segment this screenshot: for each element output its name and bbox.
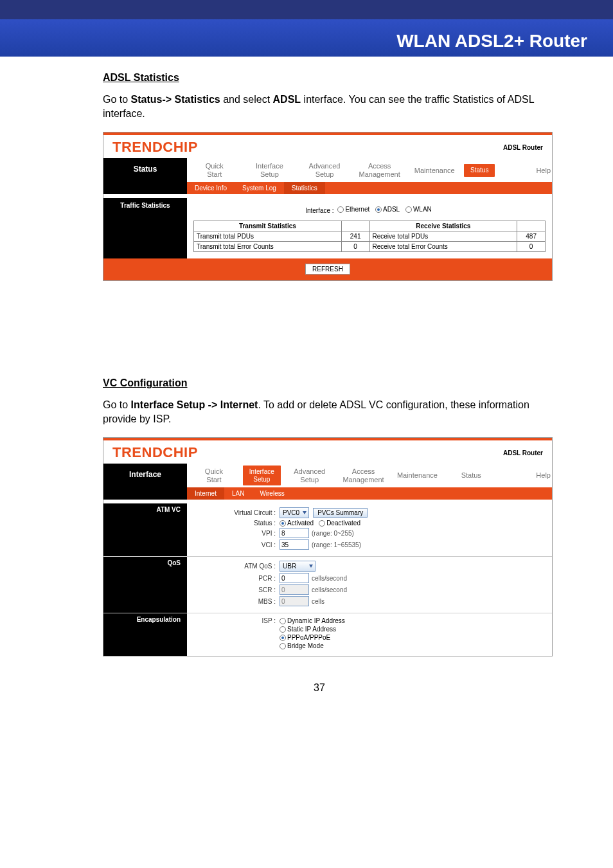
radio-ethernet[interactable]: Ethernet [337,206,369,213]
subtab-label: System Log [242,185,276,192]
radio-adsl[interactable]: ADSL [375,206,400,213]
page-content: ADSL Statistics Go to Status-> Statistic… [0,57,613,694]
radio-deactivated[interactable]: Deactivated [319,520,360,527]
rx-label: Receive total PDUs [369,231,517,241]
tx-value: 241 [341,231,369,241]
sub-tabs: Device Info System Log Statistics [187,182,552,194]
text-bold: Status-> Statistics [131,94,220,105]
radio-dot [405,206,412,213]
tab-help[interactable]: Help [498,467,552,484]
tx-header: Transmit Statistics [194,221,342,231]
refresh-bar: REFRESH [103,258,552,280]
interface-label: Interface : [305,207,333,214]
tab-quick-start[interactable]: QuickStart [187,464,241,487]
pvcs-summary-button[interactable]: PVCs Summary [313,508,368,518]
brand-logo: TRENDCHIP [112,444,198,461]
left-title-status: Status [103,158,187,182]
tab-interface-setup[interactable]: InterfaceSetup [242,158,298,182]
vc-label: Virtual Circuit : [209,509,280,516]
atm-form: Virtual Circuit : PVC0 PVCs Summary Stat… [187,503,552,556]
tab-help[interactable]: Help [497,163,552,179]
subtab-lan[interactable]: LAN [224,487,252,500]
subtab-label: Internet [195,490,217,497]
section-head-encap: Encapsulation [103,613,187,656]
tab-label: Status [470,167,488,174]
left-pad [103,182,187,194]
row-isp: ISP : Dynamic IP Address Static IP Addre… [209,617,546,649]
radio-dynamic-ip[interactable]: Dynamic IP Address [280,617,345,624]
subtab-label: LAN [232,490,244,497]
tab-access-management[interactable]: AccessManagement [352,158,407,182]
text: Go to [103,399,131,410]
rx-value: 487 [517,231,546,241]
tab-label: QuickStart [206,162,224,178]
radio-bridge-mode[interactable]: Bridge Mode [280,642,345,649]
vc-config-paragraph: Go to Interface Setup -> Internet. To ad… [103,398,536,426]
tab-status[interactable]: Status [444,467,498,484]
encap-form: ISP : Dynamic IP Address Static IP Addre… [187,613,552,656]
subtab-system-log[interactable]: System Log [235,182,284,194]
tab-label: InterfaceSetup [256,162,283,178]
scr-input [280,584,309,595]
scr-label: SCR : [209,586,280,593]
top-tabs: QuickStart InterfaceSetup AdvancedSetup … [187,464,552,487]
vpi-label: VPI : [209,530,280,537]
sub-tabs: Internet LAN Wireless [187,487,552,500]
status-label: Status : [209,520,280,527]
radio-label: Dynamic IP Address [287,617,345,624]
subtab-internet[interactable]: Internet [187,487,224,500]
radio-dot-selected [280,635,286,641]
body-right: Interface : Ethernet ADSL WLAN Transmit … [187,198,552,258]
tab-advanced-setup[interactable]: AdvancedSetup [297,158,352,182]
router-label: ADSL Router [503,449,543,457]
vc-config-heading: VC Configuration [103,377,536,389]
tab-status-active[interactable]: Status [464,164,495,177]
tab-access-management[interactable]: AccessManagement [337,464,391,487]
subtab-device-info[interactable]: Device Info [187,182,235,194]
vpi-input[interactable] [280,528,309,538]
row-vpi: VPI : (range: 0~255) [209,528,546,538]
tab-label: Maintenance [397,471,438,479]
table-row: Transmit total PDUs 241 Receive total PD… [194,231,546,241]
radio-dot [319,520,325,527]
radio-dot [280,626,286,633]
qos-label: ATM QoS : [209,563,280,570]
tab-maintenance[interactable]: Maintenance [407,163,462,179]
section-head-qos: QoS [103,557,187,613]
isp-label: ISP : [209,617,280,624]
tab-quick-start[interactable]: QuickStart [187,158,242,182]
tab-label: AccessManagement [342,467,384,484]
text-bold: ADSL [273,94,301,105]
brand-row: TRENDCHIP ADSL Router [103,440,552,464]
sub-row: Internet LAN Wireless [103,487,552,500]
radio-activated[interactable]: Activated [280,520,314,527]
blank-head [517,221,546,231]
tab-label: InterfaceSetup [249,468,274,483]
tab-maintenance[interactable]: Maintenance [390,467,444,484]
interface-radio-row: Interface : Ethernet ADSL WLAN [193,202,546,221]
tab-label: Status [461,471,481,479]
section-head-atm: ATM VC [103,503,187,556]
radio-dot [337,206,344,213]
refresh-button[interactable]: REFRESH [305,264,350,275]
vc-select[interactable]: PVC0 [280,507,309,518]
vci-label: VCI : [209,541,280,548]
radio-dot-selected [280,520,286,527]
row-atm-qos: ATM QoS : UBR [209,561,546,572]
rx-header: Receive Statistics [369,221,517,231]
section-encap: Encapsulation ISP : Dynamic IP Address S… [103,613,552,656]
subtab-label: Device Info [195,185,227,192]
radio-static-ip[interactable]: Static IP Address [280,626,345,633]
radio-dot-selected [375,206,382,213]
subtab-wireless[interactable]: Wireless [252,487,292,500]
subtab-statistics[interactable]: Statistics [284,182,325,194]
rx-value: 0 [517,241,546,251]
qos-select[interactable]: UBR [280,561,315,572]
radio-pppoa-pppoe[interactable]: PPPoA/PPPoE [280,634,345,641]
radio-wlan[interactable]: WLAN [405,206,432,213]
tab-advanced-setup[interactable]: AdvancedSetup [283,464,337,487]
tab-interface-setup-active[interactable]: InterfaceSetup [243,466,281,485]
vci-input[interactable] [280,539,309,550]
pcr-input[interactable] [280,573,309,583]
tab-label: QuickStart [205,467,223,484]
